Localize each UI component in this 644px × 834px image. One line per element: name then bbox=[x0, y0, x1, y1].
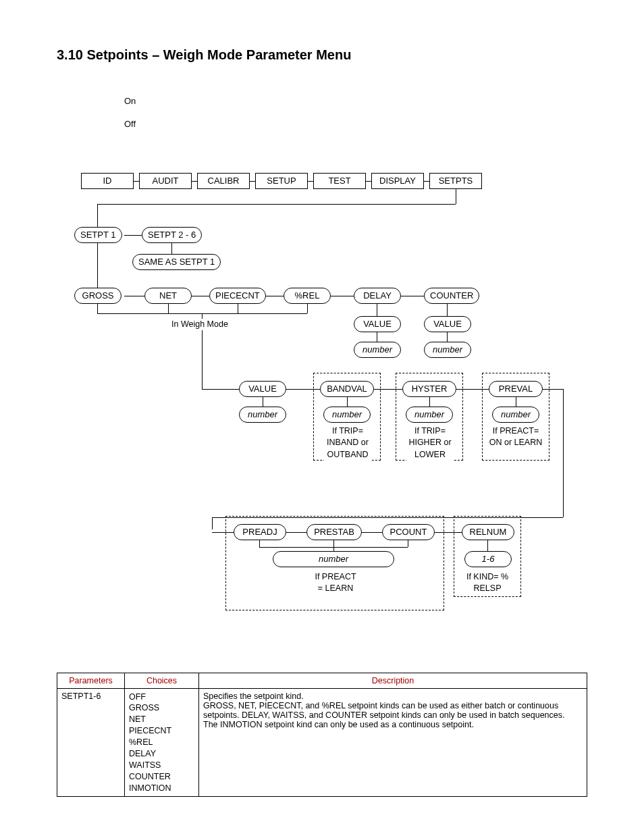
node-setpt-rest: SETPT 2 - 6 bbox=[142, 227, 202, 243]
node-preval-number: number bbox=[492, 407, 539, 423]
choice-item: PIECECNT bbox=[129, 725, 194, 737]
note-preval: If PREACT= ON or LEARN bbox=[489, 425, 543, 449]
note-bandval: If TRIP= INBAND or OUTBAND bbox=[324, 425, 371, 461]
label-weighmode: In Weigh Mode bbox=[171, 319, 228, 331]
cell-description: Specifies the setpoint kind. GROSS, NET,… bbox=[199, 688, 587, 797]
menu-setup: SETUP bbox=[255, 173, 308, 189]
node-setpt1: SETPT 1 bbox=[74, 227, 122, 243]
choice-item: DELAY bbox=[129, 748, 194, 760]
node-counter-value: VALUE bbox=[424, 316, 471, 332]
node-hyster-number: number bbox=[406, 407, 453, 423]
node-prestab: PRESTAB bbox=[306, 524, 362, 540]
menu-calibr: CALIBR bbox=[197, 173, 250, 189]
menu-display: DISPLAY bbox=[371, 173, 424, 189]
menu-diagram: ID AUDIT CALIBR SETUP TEST DISPLAY SETPT… bbox=[57, 146, 587, 673]
choice-item: COUNTER bbox=[129, 771, 194, 783]
node-pcount: PCOUNT bbox=[382, 524, 435, 540]
node-preact-number: number bbox=[273, 551, 394, 567]
node-wm-number: number bbox=[239, 407, 286, 423]
node-delay-number: number bbox=[354, 342, 401, 358]
choice-item: WAITSS bbox=[129, 760, 194, 771]
node-preadj: PREADJ bbox=[234, 524, 286, 540]
table-row: SETPT1-6 OFF GROSS NET PIECECNT %REL DEL… bbox=[57, 688, 587, 797]
note-hyster: If TRIP= HIGHER or LOWER bbox=[406, 425, 454, 461]
page-footer: RICE LAKE WEIGHING SYSTEMS Configuration… bbox=[57, 831, 587, 834]
node-wm-value: VALUE bbox=[239, 381, 286, 397]
note-relnum: If KIND= % RELSP bbox=[460, 571, 514, 595]
node-piececnt: PIECECNT bbox=[209, 288, 266, 304]
th-choices: Choices bbox=[125, 673, 199, 688]
th-parameters: Parameters bbox=[57, 673, 125, 688]
menu-test: TEST bbox=[313, 173, 366, 189]
menu-id: ID bbox=[81, 173, 134, 189]
choice-item: GROSS bbox=[129, 702, 194, 714]
node-relnum: RELNUM bbox=[462, 524, 514, 540]
parameter-table: Parameters Choices Description SETPT1-6 … bbox=[57, 673, 587, 798]
node-counter-number: number bbox=[424, 342, 471, 358]
choice-item: %REL bbox=[129, 737, 194, 748]
choice-item: INMOTION bbox=[129, 783, 194, 794]
cell-choices: OFF GROSS NET PIECECNT %REL DELAY WAITSS… bbox=[125, 688, 199, 797]
section-heading: 3.10 Setpoints – Weigh Mode Parameter Me… bbox=[57, 47, 587, 63]
node-relnum-16: 1-6 bbox=[464, 551, 512, 567]
node-gross: GROSS bbox=[74, 288, 122, 304]
th-description: Description bbox=[199, 673, 587, 688]
node-counter: COUNTER bbox=[424, 288, 479, 304]
node-delay-value: VALUE bbox=[354, 316, 401, 332]
choice-item: NET bbox=[129, 714, 194, 725]
choice-item: OFF bbox=[129, 692, 194, 703]
menu-setpts: SETPTS bbox=[429, 173, 482, 189]
menu-audit: AUDIT bbox=[139, 173, 192, 189]
node-same-as-setpt1: SAME AS SETPT 1 bbox=[132, 254, 221, 270]
node-bandval-number: number bbox=[323, 407, 371, 423]
node-rel: %REL bbox=[284, 288, 331, 304]
node-net: NET bbox=[144, 288, 192, 304]
node-preval: PREVAL bbox=[489, 381, 543, 397]
cell-param: SETPT1-6 bbox=[57, 688, 125, 797]
node-bandval: BANDVAL bbox=[320, 381, 374, 397]
node-delay: DELAY bbox=[354, 288, 401, 304]
note-preact-learn: If PREACT = LEARN bbox=[312, 571, 359, 595]
node-hyster: HYSTER bbox=[402, 381, 456, 397]
toggle-on-label: On bbox=[124, 90, 587, 113]
toggle-off-label: Off bbox=[124, 113, 587, 136]
